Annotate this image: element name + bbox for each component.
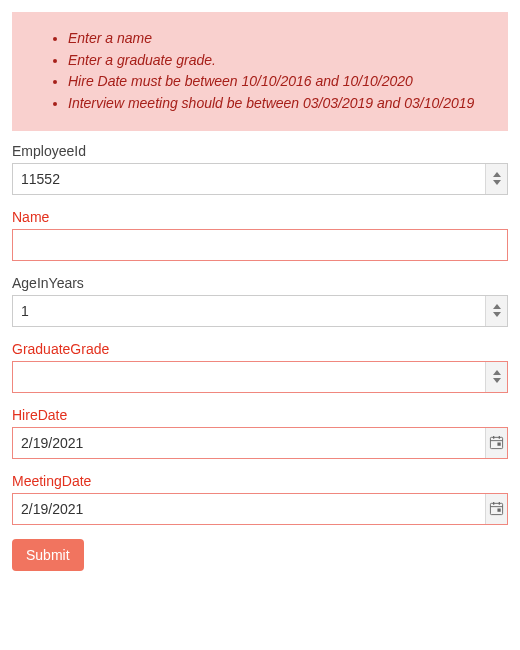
error-item: Interview meeting should be between 03/0… — [68, 93, 488, 115]
age-input-wrap[interactable] — [12, 295, 508, 327]
submit-button[interactable]: Submit — [12, 539, 84, 571]
grade-input[interactable] — [13, 362, 485, 392]
validation-summary: Enter a name Enter a graduate grade. Hir… — [12, 12, 508, 131]
svg-rect-5 — [490, 504, 502, 515]
chevron-down-icon[interactable] — [493, 312, 501, 317]
hire-date-input-wrap[interactable] — [12, 427, 508, 459]
chevron-down-icon[interactable] — [493, 180, 501, 185]
grade-input-wrap[interactable] — [12, 361, 508, 393]
name-label: Name — [12, 209, 508, 225]
calendar-icon[interactable] — [485, 428, 507, 458]
employee-id-input-wrap[interactable] — [12, 163, 508, 195]
meeting-date-input[interactable] — [13, 494, 485, 524]
hire-date-input[interactable] — [13, 428, 485, 458]
grade-label: GraduateGrade — [12, 341, 508, 357]
chevron-up-icon[interactable] — [493, 172, 501, 177]
age-input[interactable] — [13, 296, 485, 326]
number-spinner[interactable] — [485, 296, 507, 326]
meeting-date-label: MeetingDate — [12, 473, 508, 489]
hire-date-label: HireDate — [12, 407, 508, 423]
calendar-icon[interactable] — [485, 494, 507, 524]
chevron-down-icon[interactable] — [493, 378, 501, 383]
error-item: Hire Date must be between 10/10/2016 and… — [68, 71, 488, 93]
error-item: Enter a name — [68, 28, 488, 50]
employee-id-label: EmployeeId — [12, 143, 508, 159]
chevron-up-icon[interactable] — [493, 304, 501, 309]
number-spinner[interactable] — [485, 362, 507, 392]
age-label: AgeInYears — [12, 275, 508, 291]
svg-rect-2 — [497, 443, 500, 446]
meeting-date-input-wrap[interactable] — [12, 493, 508, 525]
svg-rect-7 — [497, 509, 500, 512]
error-item: Enter a graduate grade. — [68, 50, 488, 72]
number-spinner[interactable] — [485, 164, 507, 194]
name-input-wrap[interactable] — [12, 229, 508, 261]
svg-rect-0 — [490, 438, 502, 449]
employee-id-input[interactable] — [13, 164, 485, 194]
chevron-up-icon[interactable] — [493, 370, 501, 375]
name-input[interactable] — [13, 230, 507, 260]
